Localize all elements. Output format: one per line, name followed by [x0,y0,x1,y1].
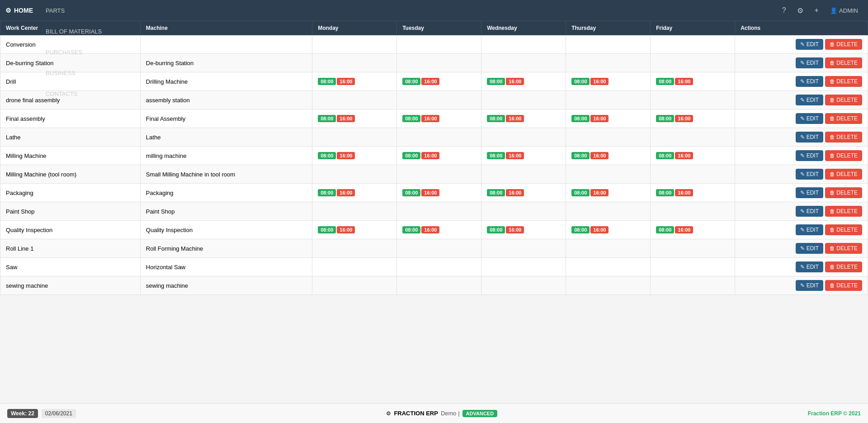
shift-cell-wednesday [481,54,566,72]
start-time-badge: 08:00 [487,115,505,122]
start-time-badge: 08:00 [402,189,420,196]
delete-button[interactable]: 🗑 DELETE [825,169,862,180]
end-time-badge: 16:00 [675,152,693,159]
settings-icon[interactable]: ⚙ [793,3,807,18]
edit-button[interactable]: ✎ EDIT [796,280,823,291]
shift-cell-thursday: 08:0016:00 [566,184,651,202]
admin-menu[interactable]: 👤 ADMIN [826,7,863,14]
delete-button[interactable]: 🗑 DELETE [825,280,862,291]
edit-button[interactable]: ✎ EDIT [796,113,823,124]
shift-cell-thursday: 08:0016:00 [566,221,651,239]
machine-cell: Final Assembly [140,109,312,128]
table-row: Quality InspectionQuality Inspection08:0… [0,221,868,239]
delete-button[interactable]: 🗑 DELETE [825,113,862,124]
delete-button[interactable]: 🗑 DELETE [825,243,862,254]
work-centers-table-container: Work CenterMachineMondayTuesdayWednesday… [0,21,868,295]
end-time-badge: 16:00 [590,189,609,196]
end-time-badge: 16:00 [506,152,524,159]
shift-cell-monday [312,239,397,258]
work-center-cell: sewing machine [0,276,141,295]
machine-cell: Horizontal Saw [140,258,312,276]
shift-cell-tuesday [397,258,481,276]
nav-item-parts[interactable]: PARTS [40,0,107,21]
shift-cell-friday [651,276,735,295]
machine-cell: Drilling Machine [140,72,312,91]
work-center-cell: Milling Machine (tool room) [0,165,141,184]
shift-cell-monday: 08:0016:00 [312,72,397,91]
edit-button[interactable]: ✎ EDIT [796,150,823,161]
work-center-cell: Saw [0,258,141,276]
edit-button[interactable]: ✎ EDIT [796,76,823,87]
action-cell: ✎ EDIT🗑 DELETE [735,165,868,184]
action-cell: ✎ EDIT🗑 DELETE [735,202,868,221]
delete-button[interactable]: 🗑 DELETE [825,261,862,272]
nav-brand[interactable]: ⚙ HOME [5,7,33,14]
delete-button[interactable]: 🗑 DELETE [825,95,862,105]
edit-button[interactable]: ✎ EDIT [796,132,823,143]
shift-cell-monday [312,91,397,109]
shift-cell-tuesday [397,35,481,54]
delete-button[interactable]: 🗑 DELETE [825,224,862,235]
nav-item-bill-of-materials[interactable]: BILL OF MATERIALS [40,21,107,42]
shift-cell-monday [312,35,397,54]
edit-button[interactable]: ✎ EDIT [796,261,823,272]
start-time-badge: 08:00 [402,115,420,122]
add-icon[interactable]: + [809,3,824,18]
edit-button[interactable]: ✎ EDIT [796,169,823,180]
start-time-badge: 08:00 [487,226,505,233]
table-row: sewing machinesewing machine✎ EDIT🗑 DELE… [0,276,868,295]
admin-label: ADMIN [839,7,858,14]
shift-cell-thursday [566,128,651,147]
end-time-badge: 16:00 [675,78,693,85]
end-time-badge: 16:00 [337,226,355,233]
action-cell: ✎ EDIT🗑 DELETE [735,72,868,91]
shift-cell-thursday [566,54,651,72]
shift-cell-thursday: 08:0016:00 [566,72,651,91]
machine-cell: sewing machine [140,276,312,295]
table-row: Conversion✎ EDIT🗑 DELETE [0,35,868,54]
work-center-cell: Lathe [0,128,141,147]
end-time-badge: 16:00 [590,78,609,85]
end-time-badge: 16:00 [506,78,524,85]
work-center-cell: Packaging [0,184,141,202]
edit-button[interactable]: ✎ EDIT [796,206,823,217]
machine-cell: assembly station [140,91,312,109]
shift-cell-tuesday: 08:0016:00 [397,184,481,202]
delete-button[interactable]: 🗑 DELETE [825,187,862,198]
table-row: DrillDrilling Machine08:0016:0008:0016:0… [0,72,868,91]
col-monday: Monday [312,21,397,35]
delete-button[interactable]: 🗑 DELETE [825,57,862,68]
end-time-badge: 16:00 [337,189,355,196]
delete-button[interactable]: 🗑 DELETE [825,206,862,217]
shift-cell-wednesday [481,258,566,276]
machine-cell: Roll Forming Machine [140,239,312,258]
shift-cell-monday [312,54,397,72]
shift-cell-thursday [566,239,651,258]
edit-button[interactable]: ✎ EDIT [796,187,823,198]
edit-button[interactable]: ✎ EDIT [796,57,823,68]
help-icon[interactable]: ? [777,3,791,18]
shift-cell-friday [651,128,735,147]
shift-cell-monday [312,258,397,276]
edit-button[interactable]: ✎ EDIT [796,224,823,235]
end-time-badge: 16:00 [421,152,439,159]
action-cell: ✎ EDIT🗑 DELETE [735,258,868,276]
shift-cell-wednesday: 08:0016:00 [481,72,566,91]
shift-cell-tuesday: 08:0016:00 [397,109,481,128]
delete-button[interactable]: 🗑 DELETE [825,76,862,87]
delete-button[interactable]: 🗑 DELETE [825,39,862,50]
delete-button[interactable]: 🗑 DELETE [825,150,862,161]
edit-button[interactable]: ✎ EDIT [796,95,823,105]
delete-button[interactable]: 🗑 DELETE [825,132,862,143]
edit-button[interactable]: ✎ EDIT [796,39,823,50]
shift-cell-tuesday [397,128,481,147]
start-time-badge: 08:00 [402,226,420,233]
table-row: drone final assemblyassembly station✎ ED… [0,91,868,109]
end-time-badge: 16:00 [675,189,693,196]
shift-cell-monday [312,165,397,184]
shift-cell-wednesday [481,35,566,54]
start-time-badge: 08:00 [656,226,674,233]
end-time-badge: 16:00 [421,78,439,85]
edit-button[interactable]: ✎ EDIT [796,243,823,254]
shift-cell-monday: 08:0016:00 [312,109,397,128]
